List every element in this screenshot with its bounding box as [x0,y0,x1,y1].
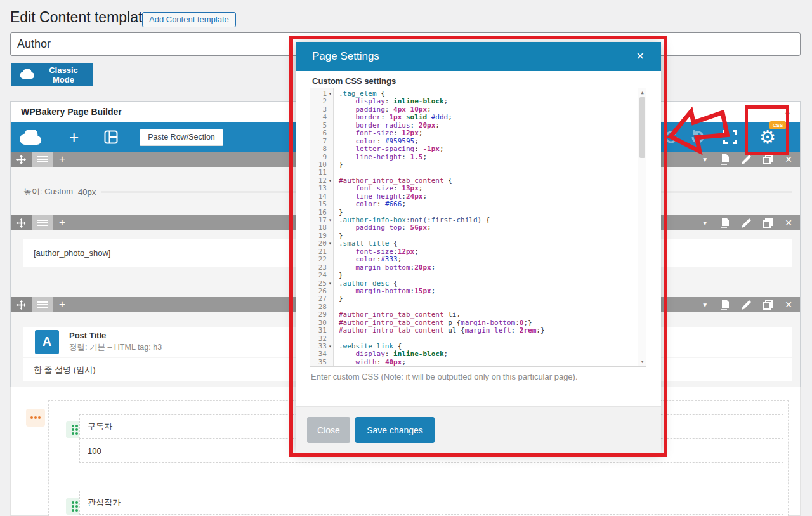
css-editor-code[interactable]: 1▾.tag_elem {2 display: inline-block;3 p… [310,90,638,366]
add-content-template-button[interactable]: Add Content template [142,12,236,27]
templates-icon[interactable] [104,130,118,144]
row-layout-icon[interactable] [32,152,53,167]
undo-icon[interactable] [663,122,679,152]
row-edit-pencil-icon[interactable] [742,155,751,164]
grid-cell-text: 100 [88,446,102,456]
row-drag-icon[interactable] [11,152,32,167]
cloud-icon [20,69,35,81]
editor-scrollbar[interactable]: ▲ ▼ [638,88,646,366]
row-delete-icon[interactable]: ✕ [785,300,792,310]
row-paste-icon[interactable] [720,218,730,228]
row-layout-icon[interactable] [32,215,53,230]
row-toggle-caret-icon[interactable]: ▼ [702,301,708,308]
metabox-title: WPBakery Page Builder [21,107,122,117]
row-toggle-caret-icon[interactable]: ▼ [702,156,708,163]
paste-row-section-button[interactable]: Paste Row/Section [140,129,223,146]
grid-cell-text: 관심작가 [88,497,121,508]
scrollbar-thumb[interactable] [639,97,645,158]
close-button[interactable]: Close [307,417,350,443]
css-code-editor[interactable]: 1▾.tag_elem {2 display: inline-block;3 p… [310,88,646,367]
grid-cell-text: 구독자 [88,421,112,432]
save-changes-button[interactable]: Save changes [355,417,435,443]
row-paste-icon[interactable] [720,154,730,165]
row-drag-icon[interactable] [11,297,32,312]
grid-cell[interactable]: 관심작가 [79,491,783,515]
page-title: Edit Content template [10,9,150,26]
row-delete-icon[interactable]: ✕ [785,154,792,164]
classic-mode-label: Classic Mode [43,65,84,84]
row-clone-icon[interactable] [763,300,773,310]
scroll-up-icon[interactable]: ▲ [638,90,646,95]
post-title-label: Post Title [69,331,162,340]
modal-title: Page Settings [312,50,603,63]
classic-mode-button[interactable]: Classic Mode [11,63,93,86]
one-line-desc-text: 한 줄 설명 (임시) [34,364,96,376]
page-settings-modal: Page Settings _ ✕ Custom CSS settings 1▾… [296,42,661,453]
row-edit-pencil-icon[interactable] [742,218,751,228]
redo-icon[interactable] [689,122,706,152]
add-element-icon[interactable]: + [69,128,79,147]
row-clone-icon[interactable] [763,218,773,228]
row-layout-icon[interactable] [32,297,53,312]
scroll-down-icon[interactable]: ▼ [638,359,646,364]
collapse-icon[interactable]: ▲ [784,107,791,115]
row-drag-icon[interactable] [11,215,32,230]
empty-space-value: 40px [78,187,96,197]
post-title-meta: 정렬: 기본 – HTML tag: h3 [69,342,162,353]
row-toggle-caret-icon[interactable]: ▼ [702,220,708,227]
close-icon[interactable]: ✕ [636,51,645,62]
row-add-icon[interactable]: + [59,298,65,311]
modal-footer: Close Save changes [296,406,661,453]
block-options-button[interactable] [26,409,45,427]
post-title-icon: A [35,330,59,354]
modal-header: Page Settings _ ✕ [296,42,661,71]
fullscreen-icon[interactable] [723,122,738,152]
shortcode-text: [author_photo_show] [34,248,110,258]
row-clone-icon[interactable] [763,155,773,164]
css-badge: CSS [769,121,786,129]
row-add-icon[interactable]: + [59,216,65,229]
row-edit-pencil-icon[interactable] [742,300,751,310]
custom-css-caption: Enter custom CSS (Note: it will be outpu… [311,372,578,381]
custom-css-label: Custom CSS settings [312,76,396,86]
frontend-editor-cloud-icon[interactable] [20,130,43,145]
row-add-icon[interactable]: + [59,153,65,166]
empty-space-label: 높이: Custom [23,186,73,197]
minimize-icon[interactable]: _ [617,49,622,59]
row-paste-icon[interactable] [720,300,730,310]
row-delete-icon[interactable]: ✕ [785,218,792,228]
